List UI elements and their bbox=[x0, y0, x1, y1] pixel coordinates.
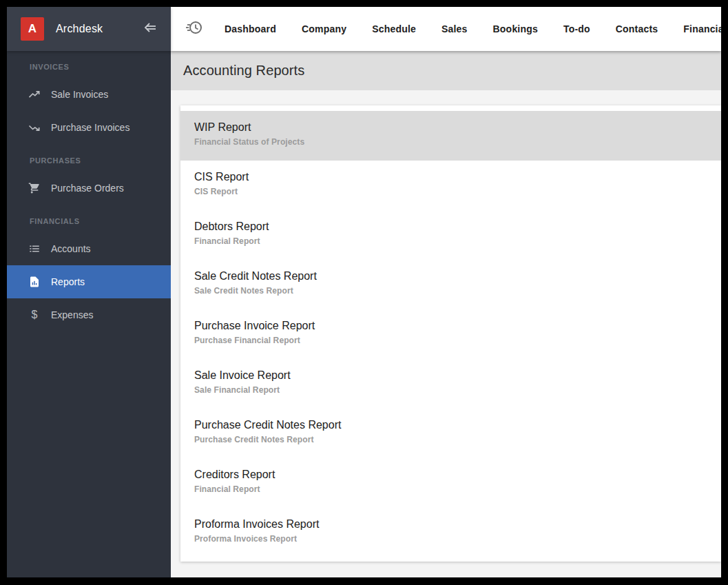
reports-list: WIP Report Financial Status of Projects … bbox=[180, 105, 721, 562]
sidebar-item-purchase-orders[interactable]: Purchase Orders bbox=[7, 172, 171, 205]
nav-item[interactable]: Company bbox=[302, 23, 346, 34]
sidebar-section-financials: FINANCIALS Accounts Reports $ Expenses bbox=[7, 210, 171, 331]
report-list-item[interactable]: Sale Invoice Report Sale Financial Repor… bbox=[180, 359, 721, 409]
report-list-item[interactable]: Proforma Invoices Report Proforma Invoic… bbox=[180, 508, 721, 557]
brand-name: Archdesk bbox=[56, 23, 103, 35]
collapse-arrow-icon bbox=[142, 19, 158, 39]
report-list-item[interactable]: Sale Credit Notes Report Sale Credit Not… bbox=[180, 260, 721, 309]
report-list-item[interactable]: CIS Report CIS Report bbox=[180, 161, 721, 210]
sidebar-collapse-button[interactable] bbox=[142, 19, 158, 39]
main-area: Dashboard Company Schedule Sales Booking… bbox=[171, 7, 721, 577]
sidebar-item-label: Accounts bbox=[51, 243, 91, 254]
report-title: WIP Report bbox=[194, 120, 707, 135]
nav-item[interactable]: To-do bbox=[563, 23, 590, 34]
sidebar-item-label: Purchase Orders bbox=[51, 183, 124, 194]
sidebar-item-purchase-invoices[interactable]: Purchase Invoices bbox=[7, 111, 171, 144]
page-header: Accounting Reports bbox=[171, 51, 721, 90]
nav-item[interactable]: Financials bbox=[683, 23, 721, 34]
sidebar-item-label: Reports bbox=[51, 276, 85, 287]
report-title: Proforma Invoices Report bbox=[194, 517, 707, 532]
sidebar-section-purchases: PURCHASES Purchase Orders bbox=[7, 150, 171, 205]
sidebar-item-expenses[interactable]: $ Expenses bbox=[7, 298, 171, 331]
report-subtitle: Sale Credit Notes Report bbox=[194, 285, 707, 297]
archdesk-logo: A bbox=[21, 17, 44, 41]
sidebar: A Archdesk INVOICES Sale Invoices bbox=[7, 7, 171, 577]
report-title: Debtors Report bbox=[194, 219, 707, 234]
section-label-financials: FINANCIALS bbox=[7, 210, 171, 232]
report-list-item[interactable]: Debtors Report Financial Report bbox=[180, 210, 721, 260]
report-subtitle: Purchase Financial Report bbox=[194, 335, 707, 347]
trending-up-icon bbox=[28, 88, 41, 101]
app-window: A Archdesk INVOICES Sale Invoices bbox=[7, 7, 721, 577]
nav-item[interactable]: Bookings bbox=[493, 23, 538, 34]
report-title: CIS Report bbox=[194, 170, 707, 185]
report-title: Sale Credit Notes Report bbox=[194, 269, 707, 284]
cart-icon bbox=[28, 181, 41, 195]
section-label-purchases: PURCHASES bbox=[7, 150, 171, 172]
sidebar-item-reports[interactable]: Reports bbox=[7, 265, 171, 298]
sidebar-item-label: Expenses bbox=[51, 309, 93, 320]
section-label-invoices: INVOICES bbox=[7, 56, 171, 78]
history-clock-icon bbox=[185, 19, 202, 39]
sidebar-item-sale-invoices[interactable]: Sale Invoices bbox=[7, 78, 171, 111]
sidebar-nav: INVOICES Sale Invoices Purchase Invoices… bbox=[7, 51, 171, 331]
report-file-icon bbox=[28, 275, 41, 289]
report-title: Purchase Invoice Report bbox=[194, 318, 707, 333]
report-subtitle: Financial Report bbox=[194, 236, 707, 247]
history-button[interactable] bbox=[185, 19, 202, 39]
list-icon bbox=[28, 242, 41, 256]
report-subtitle: Financial Report bbox=[194, 484, 707, 495]
top-nav-items: Dashboard Company Schedule Sales Booking… bbox=[225, 23, 721, 34]
report-subtitle: CIS Report bbox=[194, 186, 707, 198]
content-area: WIP Report Financial Status of Projects … bbox=[171, 90, 721, 577]
report-list-item[interactable]: Creditors Report Financial Report bbox=[180, 458, 721, 508]
sidebar-header: A Archdesk bbox=[7, 7, 171, 51]
sidebar-item-accounts[interactable]: Accounts bbox=[7, 232, 171, 265]
report-list-item[interactable]: Purchase Invoice Report Purchase Financi… bbox=[180, 309, 721, 359]
nav-item[interactable]: Schedule bbox=[372, 23, 416, 34]
nav-item[interactable]: Dashboard bbox=[225, 23, 276, 34]
nav-item[interactable]: Contacts bbox=[616, 23, 658, 34]
report-title: Sale Invoice Report bbox=[194, 368, 707, 383]
report-list-item[interactable]: Purchase Credit Notes Report Purchase Cr… bbox=[180, 409, 721, 458]
sidebar-item-label: Sale Invoices bbox=[51, 89, 108, 100]
page-title: Accounting Reports bbox=[183, 63, 304, 79]
report-subtitle: Financial Status of Projects bbox=[194, 136, 707, 148]
sidebar-item-label: Purchase Invoices bbox=[51, 122, 129, 133]
sidebar-section-invoices: INVOICES Sale Invoices Purchase Invoices bbox=[7, 56, 171, 144]
top-nav: Dashboard Company Schedule Sales Booking… bbox=[171, 7, 721, 51]
report-subtitle: Proforma Invoices Report bbox=[194, 533, 707, 545]
report-subtitle: Purchase Credit Notes Report bbox=[194, 434, 707, 446]
report-title: Creditors Report bbox=[194, 467, 707, 482]
report-title: Purchase Credit Notes Report bbox=[194, 418, 707, 433]
report-subtitle: Sale Financial Report bbox=[194, 384, 707, 396]
dollar-icon: $ bbox=[28, 308, 41, 322]
trending-down-icon bbox=[28, 121, 41, 134]
nav-item[interactable]: Sales bbox=[441, 23, 468, 34]
report-list-item[interactable]: WIP Report Financial Status of Projects bbox=[180, 111, 721, 161]
